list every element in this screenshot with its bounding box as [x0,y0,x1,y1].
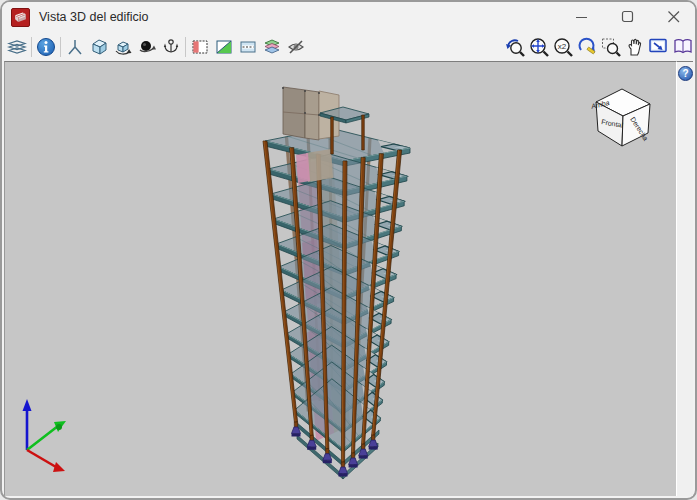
fit-screen-icon[interactable] [647,35,671,59]
svg-text:x2: x2 [558,42,567,51]
zoom-previous-icon[interactable] [503,35,527,59]
zoom-window-icon[interactable] [599,35,623,59]
spin-axis-icon[interactable] [159,35,183,59]
slab-visibility-icon[interactable] [236,35,260,59]
toolbar: x2 [2,32,695,61]
hide-elements-icon[interactable] [284,35,308,59]
minimize-button[interactable] [571,6,593,28]
layer-stack-icon[interactable] [260,35,284,59]
pan-icon[interactable] [623,35,647,59]
diagonal-view-icon[interactable] [212,35,236,59]
help-button[interactable]: ? [678,66,693,81]
info-icon[interactable] [34,35,58,59]
app-icon [11,8,30,27]
section-planes-icon[interactable] [188,35,212,59]
app-window: Vista 3D del edificio [0,0,697,500]
axes-tripod-icon[interactable] [63,35,87,59]
window-title: Vista 3D del edificio [39,10,149,24]
zoom-extents-icon[interactable] [527,35,551,59]
titlebar[interactable]: Vista 3D del edificio [2,2,695,32]
orbit-icon[interactable] [135,35,159,59]
layers-icon[interactable] [5,35,29,59]
zoom-x2-icon[interactable]: x2 [551,35,575,59]
right-panel: ? [677,61,693,496]
maximize-button[interactable] [617,6,639,28]
view-cube-icon[interactable] [87,35,111,59]
viewport-3d[interactable]: ArribaFrontalDerecha [4,61,677,496]
redraw-icon[interactable] [575,35,599,59]
rotate-cube-icon[interactable] [111,35,135,59]
help-book-icon[interactable] [671,35,695,59]
close-button[interactable] [663,6,685,28]
